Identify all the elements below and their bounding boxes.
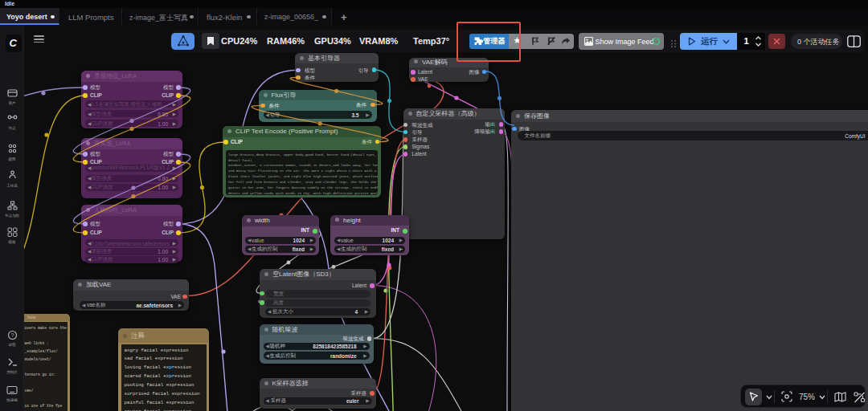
svg-text:?: ? <box>10 332 14 338</box>
